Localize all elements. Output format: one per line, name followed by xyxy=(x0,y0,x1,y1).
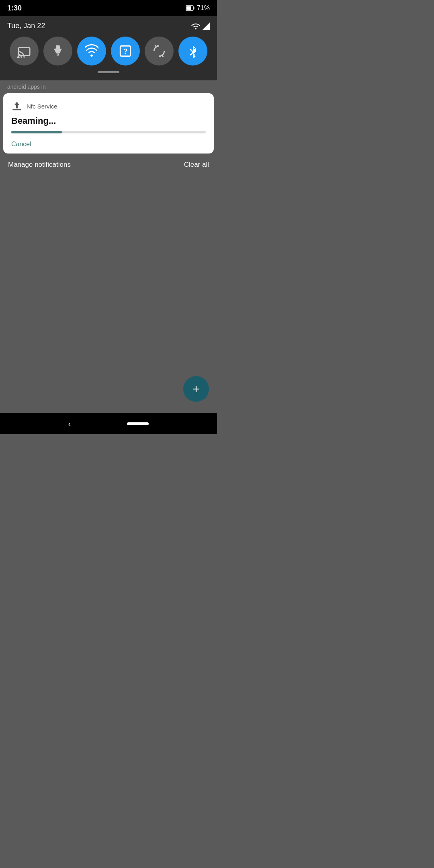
status-icons: 71% xyxy=(186,4,210,12)
clear-all-button[interactable]: Clear all xyxy=(184,161,209,169)
svg-rect-1 xyxy=(193,7,194,9)
notification-header: Nfc Service xyxy=(11,100,206,112)
battery-icon xyxy=(186,5,194,11)
qs-torch-toggle[interactable] xyxy=(43,37,72,66)
svg-rect-8 xyxy=(12,109,21,111)
svg-rect-2 xyxy=(186,6,191,10)
svg-point-5 xyxy=(17,56,20,58)
nav-bar: ‹ xyxy=(0,413,217,434)
nfc-upload-icon xyxy=(11,100,23,112)
progress-bar-fill xyxy=(11,131,62,133)
wifi-status-icon xyxy=(191,23,200,30)
drag-handle xyxy=(7,71,210,73)
progress-bar-track xyxy=(11,131,206,133)
status-bar: 1:30 71% xyxy=(0,0,217,16)
notification-footer: Manage notifications Clear all xyxy=(0,154,217,176)
cancel-button[interactable]: Cancel xyxy=(11,141,31,148)
svg-text:?: ? xyxy=(123,47,127,55)
qs-help-toggle[interactable]: ? xyxy=(111,37,140,66)
qs-toggles: ? xyxy=(7,37,210,66)
nav-back-button[interactable]: ‹ xyxy=(68,419,71,428)
nfc-notification-card: Nfc Service Beaming... Cancel xyxy=(3,93,214,154)
qs-wifi-toggle[interactable] xyxy=(77,37,106,66)
battery-percent: 71% xyxy=(197,4,210,12)
qs-date: Tue, Jan 22 xyxy=(7,22,45,30)
fab-add-button[interactable]: + xyxy=(183,376,209,402)
signal-status-icon xyxy=(203,23,210,30)
qs-autorotate-toggle[interactable] xyxy=(145,37,174,66)
manage-notifications-button[interactable]: Manage notifications xyxy=(8,161,71,169)
svg-marker-3 xyxy=(203,23,210,30)
scrolled-hint: android apps in xyxy=(0,80,217,93)
notification-app-name: Nfc Service xyxy=(27,103,57,110)
nav-home-pill[interactable] xyxy=(127,422,149,425)
status-time: 1:30 xyxy=(7,4,22,12)
notification-body-text: Beaming... xyxy=(11,116,206,126)
quick-settings-panel: Tue, Jan 22 xyxy=(0,16,217,80)
qs-status-icons xyxy=(191,23,210,30)
fab-plus-icon: + xyxy=(192,383,200,395)
svg-marker-9 xyxy=(14,102,20,108)
qs-cast-toggle[interactable] xyxy=(10,37,39,66)
qs-header: Tue, Jan 22 xyxy=(7,22,210,30)
qs-bluetooth-toggle[interactable] xyxy=(178,37,207,66)
